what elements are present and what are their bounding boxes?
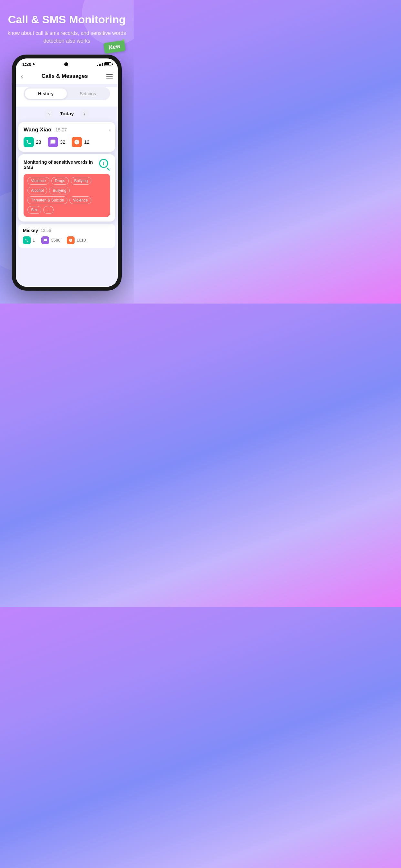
phone-body: 1:20 ➤ ‹	[12, 55, 122, 290]
tabs-container: History Settings	[24, 87, 110, 100]
tag-violence-1: Violence	[27, 177, 50, 185]
messages-stat: 32	[48, 137, 66, 147]
contact-stats-mickey: 1 3688	[23, 237, 111, 244]
tag-violence-2: Violence	[69, 196, 91, 204]
phone-frame: New 1:20 ➤	[12, 55, 122, 290]
location-arrow-icon: ➤	[33, 62, 35, 66]
signal-bars-icon	[97, 62, 103, 66]
phone-icon	[24, 137, 34, 147]
contact-card-mickey[interactable]: Mickey 12:56 1	[19, 224, 115, 248]
tab-settings[interactable]: Settings	[67, 89, 109, 99]
calls-stat-mickey: 1	[23, 237, 35, 244]
contact-stats: 23 32	[24, 137, 110, 147]
chevron-right-icon: ›	[109, 127, 110, 132]
status-time: 1:20 ➤	[22, 62, 35, 67]
hero-title: Call & SMS Monitoring	[8, 13, 126, 26]
alerts-count-mickey: 1010	[76, 238, 86, 243]
battery-icon	[104, 62, 112, 66]
tag-more: ...	[43, 206, 54, 214]
message-icon-small	[41, 237, 49, 244]
sensitive-tags-container: Violence Drugs Bullying Alcohol Bullying…	[24, 174, 110, 217]
phone-icon-small	[23, 237, 31, 244]
date-label: Today	[60, 111, 73, 116]
sensitive-words-card: Monitoring of sensitive words in SMS ! V…	[19, 154, 115, 221]
messages-count-mickey: 3688	[51, 238, 60, 243]
tag-sex: Sex	[27, 206, 41, 214]
date-navigation: ‹ Today ›	[16, 106, 118, 122]
message-icon	[48, 137, 58, 147]
messages-count: 32	[60, 139, 66, 145]
time-text: 1:20	[22, 62, 31, 67]
tag-bullying-2: Bullying	[49, 187, 70, 194]
calls-count: 23	[36, 139, 41, 145]
menu-button[interactable]	[106, 74, 113, 79]
messages-stat-mickey: 3688	[41, 237, 60, 244]
contact-time-mickey: 12:56	[41, 228, 51, 233]
tag-threaten-suicide: Threaten & Suicide	[27, 196, 67, 204]
app-header: ‹ Calls & Messages	[16, 69, 118, 84]
tab-history[interactable]: History	[25, 89, 67, 99]
contact-time: 15:07	[56, 127, 67, 132]
next-date-button[interactable]: ›	[81, 109, 89, 118]
tag-bullying-1: Bullying	[71, 177, 91, 185]
contact-name-mickey: Mickey	[23, 228, 38, 233]
status-icons	[97, 62, 112, 66]
back-button[interactable]: ‹	[21, 73, 23, 80]
contact-card-wang-xiao[interactable]: Wang Xiao 15:07 › 23	[19, 122, 115, 152]
alert-icon-small	[67, 237, 74, 244]
tag-drugs: Drugs	[51, 177, 69, 185]
content-area: Wang Xiao 15:07 › 23	[16, 122, 118, 287]
camera-dot	[64, 62, 68, 66]
search-alert-icon: !	[99, 159, 110, 170]
sensitive-words-title: Monitoring of sensitive words in SMS	[24, 159, 99, 170]
prev-date-button[interactable]: ‹	[44, 109, 53, 118]
app-title: Calls & Messages	[42, 73, 88, 80]
status-bar: 1:20 ➤	[16, 58, 118, 69]
contact-name: Wang Xiao	[24, 127, 51, 133]
tag-alcohol: Alcohol	[27, 187, 47, 194]
alerts-count: 12	[84, 139, 89, 145]
calls-stat: 23	[24, 137, 41, 147]
calls-count-mickey: 1	[33, 238, 35, 243]
phone-screen: 1:20 ➤ ‹	[16, 58, 118, 287]
empty-space	[19, 248, 115, 287]
alert-icon	[72, 137, 82, 147]
alerts-stat-mickey: 1010	[67, 237, 86, 244]
alerts-stat: 12	[72, 137, 89, 147]
